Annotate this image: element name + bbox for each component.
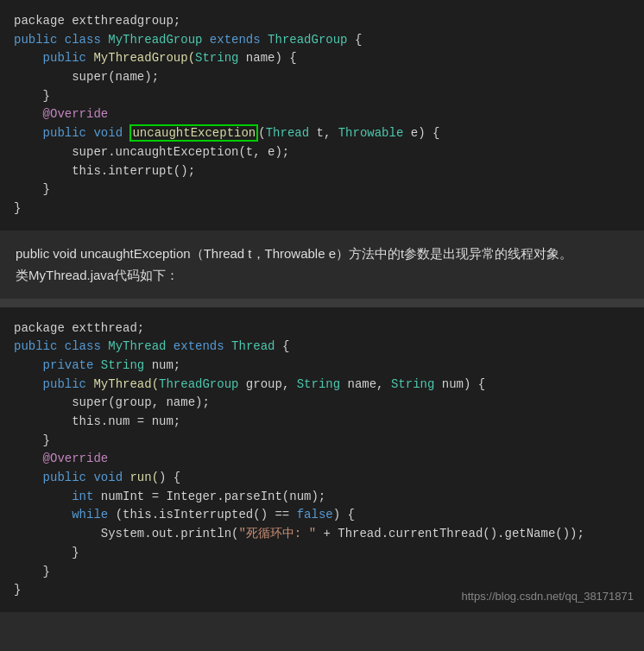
- watermark: https://blog.csdn.net/qq_38171871: [462, 588, 635, 605]
- code-line: public class MyThreadGroup extends Threa…: [14, 31, 630, 50]
- code-line: @Override: [14, 450, 630, 469]
- code-block-2: package extthread; public class MyThread…: [0, 307, 644, 612]
- code-line: public MyThreadGroup(String name) {: [14, 49, 630, 68]
- code-block-1: package extthreadgroup; public class MyT…: [0, 0, 644, 231]
- code-line: package extthreadgroup;: [14, 12, 630, 31]
- code-line: }: [14, 180, 630, 199]
- code-line: super(name);: [14, 68, 630, 87]
- description-line1: public void uncaughtException（Thread t，T…: [16, 243, 628, 265]
- code-line: @Override: [14, 105, 630, 124]
- code-line: }: [14, 199, 630, 218]
- text-section: public void uncaughtException（Thread t，T…: [0, 231, 644, 299]
- code-line: }: [14, 544, 630, 563]
- code-line: while (this.isInterrupted() == false) {: [14, 506, 630, 525]
- code-line: private String num;: [14, 357, 630, 376]
- code-line: }: [14, 432, 630, 451]
- code-line: public class MyThread extends Thread {: [14, 338, 630, 357]
- code-line: this.interrupt();: [14, 162, 630, 181]
- code-line: package extthread;: [14, 319, 630, 338]
- code-line: System.out.println("死循环中: " + Thread.cur…: [14, 525, 630, 544]
- code-line: }: [14, 87, 630, 106]
- code-line: this.num = num;: [14, 413, 630, 432]
- code-line: public void run() {: [14, 469, 630, 488]
- section-divider: [0, 299, 644, 307]
- code-line: int numInt = Integer.parseInt(num);: [14, 488, 630, 507]
- code-line: super(group, name);: [14, 394, 630, 413]
- description-line2: 类MyThread.java代码如下：: [16, 264, 628, 287]
- highlighted-method: uncaughtException: [129, 124, 258, 142]
- code-line: super.uncaughtException(t, e);: [14, 143, 630, 162]
- code-line: public void uncaughtException(Thread t, …: [14, 124, 630, 143]
- code-line: }: [14, 563, 630, 582]
- code-line: public MyThread(ThreadGroup group, Strin…: [14, 376, 630, 395]
